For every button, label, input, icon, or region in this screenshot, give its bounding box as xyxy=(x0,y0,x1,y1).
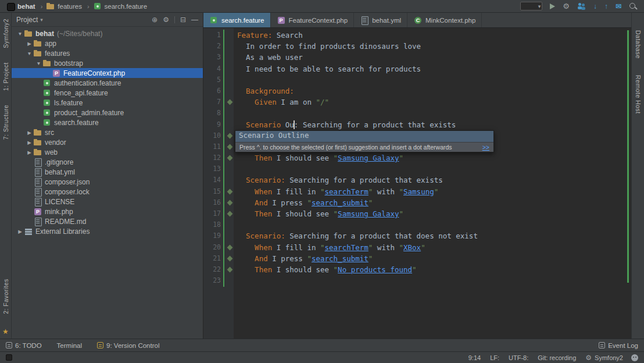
toolwindow-toggle-icon[interactable] xyxy=(6,354,12,361)
tree-item-behat-yml[interactable]: behat.yml xyxy=(12,167,203,177)
vcs-change-mark[interactable] xyxy=(627,30,629,283)
code-line-14[interactable]: Scenario: Searching for a product that e… xyxy=(237,175,631,186)
symfony-gear-icon[interactable]: ⚙ xyxy=(585,354,592,362)
project-panel-title[interactable]: Project xyxy=(16,16,38,24)
line-number[interactable]: 7 xyxy=(203,97,221,108)
breadcrumb-item-behat[interactable]: behat xyxy=(5,2,44,10)
share-icon[interactable] xyxy=(577,3,586,10)
line-number[interactable]: 9 xyxy=(203,119,221,130)
tree-item-gitignore[interactable]: .gitignore xyxy=(12,157,203,167)
tab-behat-yml[interactable]: behat.yml xyxy=(354,13,407,27)
tree-item-search-feature[interactable]: search.feature xyxy=(12,118,203,127)
code-line-22[interactable]: Then I should see "No products found" xyxy=(237,264,631,275)
line-number[interactable]: 10 xyxy=(203,130,221,141)
vcs-commit-icon[interactable]: ↑ xyxy=(604,3,608,10)
toolwindow-button-2-favorites[interactable]: 2: Favorites xyxy=(2,279,9,314)
line-number[interactable]: 19 xyxy=(203,230,221,241)
tree-item-web[interactable]: ▶web xyxy=(12,147,203,157)
line-separator[interactable]: LF: xyxy=(490,354,499,361)
toolwindow-button-database[interactable]: Database xyxy=(635,30,642,59)
tab-featurecontext-php[interactable]: FeatureContext.php xyxy=(271,13,355,27)
tree-item-vendor[interactable]: ▶vendor xyxy=(12,137,203,147)
tree-item-product-admin-feature[interactable]: product_admin.feature xyxy=(12,108,203,118)
locate-icon[interactable]: ⊕ xyxy=(152,16,158,24)
toolwindow-button-9-version-control[interactable]: 9: Version Control xyxy=(97,342,159,349)
tree-item-mink-php[interactable]: mink.php xyxy=(12,207,203,216)
completion-hint-more-link[interactable]: >> xyxy=(478,144,489,151)
tree-expand-icon[interactable]: ▶ xyxy=(26,150,33,155)
line-number[interactable]: 3 xyxy=(203,52,221,63)
inspection-profile-icon[interactable] xyxy=(631,354,638,361)
code-line-8[interactable] xyxy=(237,108,631,119)
tree-item-external-libraries[interactable]: ▶External Libraries xyxy=(12,226,203,236)
code-line-9[interactable]: Scenario Ou: Searching for a product tha… xyxy=(237,119,631,130)
git-status[interactable]: Git: recording xyxy=(538,354,576,361)
tree-item-features[interactable]: ▼features xyxy=(12,48,203,58)
step-definition-icon[interactable] xyxy=(227,155,233,161)
vcs-update-icon[interactable]: ↓ xyxy=(593,3,597,10)
code-line-2[interactable]: In order to find products dinosaurs love xyxy=(237,41,631,52)
line-number[interactable]: 2 xyxy=(203,41,221,52)
line-number[interactable]: 1 xyxy=(203,30,221,41)
line-number[interactable]: 12 xyxy=(203,152,221,163)
chevron-down-icon[interactable]: ▾ xyxy=(40,17,43,23)
step-definition-icon[interactable] xyxy=(227,99,233,105)
toolwindow-button-1-project[interactable]: 1: Project xyxy=(2,62,9,91)
code-line-12[interactable]: Then I should see "Samsung Galaxy" xyxy=(237,152,631,163)
search-everywhere-icon[interactable] xyxy=(629,2,637,10)
toolwindow-button-remote-host[interactable]: Remote Host xyxy=(635,75,642,114)
tree-expand-icon[interactable]: ▶ xyxy=(26,140,33,145)
line-number[interactable]: 16 xyxy=(203,197,221,208)
code-line-6[interactable]: Background: xyxy=(237,86,631,97)
line-number[interactable]: 13 xyxy=(203,163,221,175)
line-number[interactable]: 18 xyxy=(203,219,221,230)
tree-item-behat[interactable]: ▼behat(~/Sites/behat) xyxy=(12,29,203,38)
code-line-13[interactable] xyxy=(237,163,631,175)
code-line-5[interactable] xyxy=(237,74,631,86)
toolwindow-button-7-structure[interactable]: 7: Structure xyxy=(2,105,9,140)
line-number[interactable]: 8 xyxy=(203,108,221,119)
tree-item-ls-feature[interactable]: ls.feature xyxy=(12,98,203,108)
caret-position[interactable]: 9:14 xyxy=(468,354,481,361)
tree-collapse-icon[interactable]: ▼ xyxy=(26,51,33,56)
code-line-16[interactable]: And I press "search_submit" xyxy=(237,197,631,208)
file-encoding[interactable]: UTF-8: xyxy=(509,354,528,361)
code-line-15[interactable]: When I fill in "searchTerm" with "Samsun… xyxy=(237,186,631,197)
toolwindow-button-6-todo[interactable]: 6: TODO xyxy=(6,342,42,349)
tree-item-composer-json[interactable]: composer.json xyxy=(12,177,203,187)
code-line-21[interactable]: And I press "search_submit" xyxy=(237,253,631,264)
tree-item-composer-lock[interactable]: composer.lock xyxy=(12,187,203,197)
code-line-18[interactable] xyxy=(237,219,631,230)
framework-indicator[interactable]: Symfony2 xyxy=(595,354,623,361)
step-definition-icon[interactable] xyxy=(227,144,233,150)
code-line-17[interactable]: Then I should see "Samsung Galaxy" xyxy=(237,208,631,219)
breadcrumb-item-features[interactable]: features xyxy=(45,2,90,10)
tree-item-src[interactable]: ▶src xyxy=(12,127,203,137)
line-number[interactable]: 11 xyxy=(203,141,221,152)
line-number[interactable]: 23 xyxy=(203,275,221,286)
tree-item-readme-md[interactable]: README.md xyxy=(12,216,203,226)
line-number[interactable]: 4 xyxy=(203,63,221,74)
tree-expand-icon[interactable]: ▶ xyxy=(26,130,33,136)
line-number[interactable]: 22 xyxy=(203,264,221,275)
collapse-all-icon[interactable]: ⊟ xyxy=(180,16,186,24)
tree-item-featurecontext-php[interactable]: FeatureContext.php xyxy=(12,68,203,78)
code-line-4[interactable]: I need to be able to search for products xyxy=(237,63,631,74)
tree-item-authentication-feature[interactable]: authentication.feature xyxy=(12,78,203,88)
tree-expand-icon[interactable]: ▶ xyxy=(16,229,24,234)
tab-minkcontext-php[interactable]: MinkContext.php xyxy=(407,13,482,27)
step-definition-icon[interactable] xyxy=(227,133,233,138)
settings-icon[interactable]: ⚙ xyxy=(563,2,570,10)
line-number[interactable]: 21 xyxy=(203,253,221,264)
line-number[interactable]: 14 xyxy=(203,175,221,186)
line-number[interactable]: 6 xyxy=(203,86,221,97)
step-definition-icon[interactable] xyxy=(227,266,233,272)
step-definition-icon[interactable] xyxy=(227,211,233,217)
line-number[interactable]: 20 xyxy=(203,242,221,253)
step-definition-icon[interactable] xyxy=(227,244,233,250)
code-line-1[interactable]: Feature: Search xyxy=(237,30,631,41)
toolwindow-button-symfony2[interactable]: Symfony2 xyxy=(2,19,9,48)
code-line-19[interactable]: Scenario: Searching for a product that d… xyxy=(237,230,631,241)
run-icon[interactable] xyxy=(550,3,555,9)
step-definition-icon[interactable] xyxy=(227,188,233,194)
